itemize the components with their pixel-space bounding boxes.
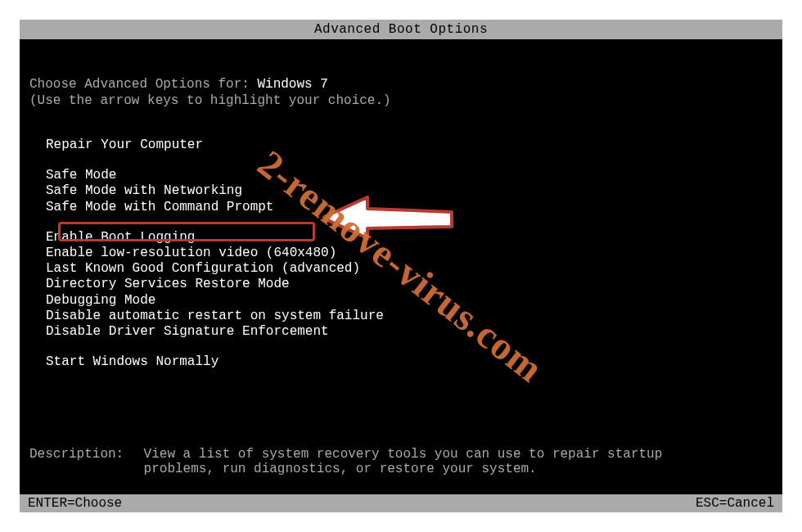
option-last-known-good[interactable]: Last Known Good Configuration (advanced): [46, 261, 773, 277]
option-disable-auto-restart[interactable]: Disable automatic restart on system fail…: [46, 309, 773, 324]
description-block: Description: View a list of system recov…: [29, 447, 773, 476]
header-prefix: Choose Advanced Options for:: [29, 77, 257, 92]
option-enable-boot-logging[interactable]: Enable Boot Logging: [46, 230, 773, 246]
footer-bar: ENTER=Choose ESC=Cancel: [20, 494, 782, 512]
option-debugging-mode[interactable]: Debugging Mode: [46, 293, 773, 309]
option-disable-driver-signature[interactable]: Disable Driver Signature Enforcement: [46, 324, 773, 340]
option-directory-services-restore[interactable]: Directory Services Restore Mode: [46, 277, 773, 292]
option-safe-mode-networking[interactable]: Safe Mode with Networking: [46, 183, 773, 199]
option-start-windows-normally[interactable]: Start Windows Normally: [46, 354, 773, 370]
title-text: Advanced Boot Options: [314, 22, 488, 37]
choose-options-line: Choose Advanced Options for: Windows 7: [29, 77, 773, 92]
options-list[interactable]: Repair Your Computer Safe Mode Safe Mode…: [46, 138, 773, 370]
option-safe-mode-command-prompt[interactable]: Safe Mode with Command Prompt: [46, 200, 773, 215]
description-label: Description:: [29, 447, 136, 462]
footer-enter: ENTER=Choose: [28, 496, 122, 511]
title-bar: Advanced Boot Options: [20, 20, 782, 39]
option-repair-computer[interactable]: Repair Your Computer: [46, 138, 773, 153]
os-name: Windows 7: [257, 77, 327, 92]
instruction-line: (Use the arrow keys to highlight your ch…: [29, 93, 773, 108]
option-low-resolution-video[interactable]: Enable low-resolution video (640x480): [46, 246, 773, 261]
description-text: View a list of system recovery tools you…: [144, 447, 733, 476]
boot-options-screen: Advanced Boot Options Choose Advanced Op…: [20, 20, 782, 512]
content-area: Choose Advanced Options for: Windows 7 (…: [20, 39, 782, 370]
option-safe-mode[interactable]: Safe Mode: [46, 168, 773, 183]
footer-esc: ESC=Cancel: [696, 496, 774, 511]
